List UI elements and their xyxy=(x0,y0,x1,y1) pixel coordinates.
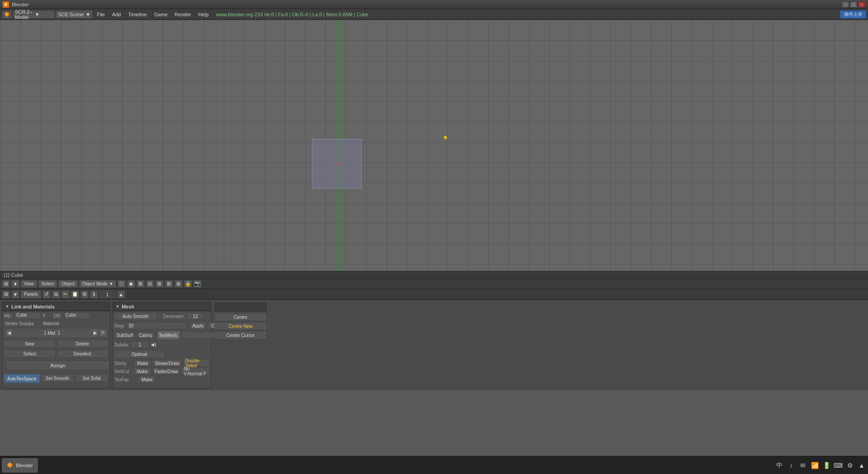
ob-input[interactable]: Cube xyxy=(64,312,91,319)
optimal-btn[interactable]: Optimal xyxy=(114,350,165,358)
help-menu[interactable]: Help xyxy=(195,11,212,18)
texfac-make-btn[interactable]: Make xyxy=(138,376,156,383)
sys-tray-email[interactable]: ✉ xyxy=(798,461,807,470)
add-menu[interactable]: Add xyxy=(109,11,124,18)
sys-tray-battery[interactable]: 🔋 xyxy=(822,461,831,470)
taskbar-blender-label: Blender xyxy=(16,463,33,468)
close-button[interactable]: × xyxy=(858,1,865,8)
catmu-btn[interactable]: Catmu xyxy=(137,332,154,339)
centre-new-btn[interactable]: Centre New xyxy=(214,322,267,330)
mat-question-btn[interactable]: ? xyxy=(99,330,106,336)
taskbar-blender[interactable]: 🔶 Blender xyxy=(2,458,38,473)
light-object[interactable] xyxy=(443,136,447,139)
deselect-btn[interactable]: Deselect xyxy=(57,350,108,358)
viewport-icon2[interactable]: ▼ xyxy=(11,280,19,288)
viewport[interactable] xyxy=(0,20,868,271)
autotexspace-btn[interactable]: AutoTexSpace xyxy=(4,374,40,383)
sticky-label: Sticky xyxy=(114,361,132,366)
screen1-selector[interactable]: SCR:2–Model ▼ xyxy=(13,10,55,19)
sys-tray-network[interactable]: 📶 xyxy=(810,461,819,470)
f-label: F xyxy=(43,313,52,318)
sys-tray-keyboard[interactable]: ⌨ xyxy=(834,461,843,470)
blender-menu-icon[interactable]: 🔶 xyxy=(2,10,12,19)
panels-stepper-icon[interactable]: ▲ xyxy=(117,290,125,299)
info-bar-text: www.blender.org 233 Ve:0 | Fa:0 | Ob:0–0… xyxy=(216,12,839,17)
viewport-icon[interactable]: ⊞ xyxy=(2,280,10,288)
slowerdraw-btn[interactable]: SlowerDraw xyxy=(153,360,182,367)
vertcol-make-btn[interactable]: Make xyxy=(133,368,151,375)
new-btn[interactable]: New xyxy=(4,340,56,348)
decimator-input[interactable] xyxy=(186,313,204,320)
panels-icon2[interactable]: ▼ xyxy=(11,290,19,299)
game-menu[interactable]: Game xyxy=(151,11,171,18)
delete-btn[interactable]: Delete xyxy=(57,340,108,348)
sys-tray-settings[interactable]: ⚙ xyxy=(845,461,854,470)
mat-next-btn[interactable]: ▶ xyxy=(92,330,98,336)
sys-tray-lang[interactable]: 中 xyxy=(775,461,784,470)
frame-input[interactable] xyxy=(99,290,116,298)
centre-btn[interactable]: Centre xyxy=(214,313,267,321)
sys-tray-extra[interactable]: ▲ xyxy=(857,461,866,470)
status-bar: (1) Cube xyxy=(0,271,868,279)
top-right-button[interactable]: 插件上传 xyxy=(840,10,866,19)
panels-btn[interactable]: Panels xyxy=(21,290,41,299)
sticky-make-btn[interactable]: Make xyxy=(134,360,151,367)
view-grid-icon[interactable]: ⊞ xyxy=(137,280,145,288)
subsurf-btn[interactable]: SubSurf xyxy=(114,332,135,339)
view-camera-icon[interactable]: 📷 xyxy=(193,280,202,288)
me-input[interactable]: Cube xyxy=(14,312,42,319)
mat-list[interactable]: ◀ 1 Mat: 1 ▶ ? xyxy=(4,328,108,338)
timeline-menu[interactable]: Timeline xyxy=(125,11,150,18)
taskbar-right: 中 ♪ ✉ 📶 🔋 ⌨ ⚙ ▲ xyxy=(775,461,866,470)
window-controls: − □ × xyxy=(842,1,865,8)
panels-rotate-icon[interactable]: ↺ xyxy=(42,290,51,299)
panels-cut-icon[interactable]: ✂ xyxy=(61,290,70,299)
lm-panel-toggle[interactable]: ▼ xyxy=(5,304,9,309)
centre-cursor-btn[interactable]: Centre Cursor xyxy=(214,331,267,339)
render-menu[interactable]: Render xyxy=(172,11,194,18)
view-grid2-icon[interactable]: ⊟ xyxy=(146,280,154,288)
panels-copy-icon[interactable]: ⧉ xyxy=(52,290,60,299)
panels-icon[interactable]: ⊞ xyxy=(2,290,10,299)
subdiv-prev-btn[interactable]: ◀1 xyxy=(150,341,157,348)
mat-prev-btn[interactable]: ◀ xyxy=(6,330,12,336)
bottom-panels: ▼ Link and Materials ME: Cube F OB: Cube… xyxy=(0,300,868,390)
set-smooth-btn[interactable]: Set Smooth xyxy=(41,374,74,382)
auto-smooth-btn[interactable]: Auto Smooth xyxy=(114,312,157,320)
assign-btn[interactable]: Assign xyxy=(6,360,110,370)
double-sided-btn[interactable]: Double Sided xyxy=(183,360,209,367)
ob-label: OB: xyxy=(53,313,62,318)
fasterdraw-btn[interactable]: FasterDraw xyxy=(152,368,180,375)
status-text: (1) Cube xyxy=(4,272,23,278)
mesh-panel-toggle[interactable]: ▼ xyxy=(115,304,120,309)
view-grid3-icon[interactable]: ⊞ xyxy=(156,280,164,288)
set-solid-btn[interactable]: Set Solid xyxy=(75,374,108,382)
file-menu[interactable]: File xyxy=(94,11,108,18)
vertcol-row: VertCol Make FasterDraw No V.Normal F xyxy=(113,367,211,375)
sys-tray-audio[interactable]: ♪ xyxy=(787,461,796,470)
link-materials-panel: ▼ Link and Materials ME: Cube F OB: Cube… xyxy=(2,302,110,389)
no-vnormal-btn[interactable]: No V.Normal F xyxy=(182,368,209,375)
subdiv-input[interactable] xyxy=(131,341,149,348)
panels-settings-icon[interactable]: ⚙ xyxy=(80,290,89,299)
degr-input[interactable] xyxy=(127,322,188,329)
minimize-button[interactable]: − xyxy=(842,1,849,8)
view-proportional-icon[interactable]: ◉ xyxy=(127,280,135,288)
view-grid4-icon[interactable]: ⊞ xyxy=(165,280,173,288)
view-lock-icon[interactable]: 🔒 xyxy=(184,280,192,288)
select-btn[interactable]: Select xyxy=(4,350,56,358)
select-deselect-row: Select Deselect xyxy=(2,349,110,359)
section-header: Vertex Groups Material xyxy=(2,320,110,327)
select-menu-btn[interactable]: Select xyxy=(38,280,57,288)
view-menu-btn[interactable]: View xyxy=(21,280,37,288)
object-menu-btn[interactable]: Object xyxy=(58,280,78,288)
panels-info-icon[interactable]: ℹ xyxy=(90,290,98,299)
maximize-button[interactable]: □ xyxy=(850,1,857,8)
panels-paste-icon[interactable]: 📋 xyxy=(71,290,79,299)
view-grid5-icon[interactable]: ⊞ xyxy=(175,280,183,288)
apply-btn[interactable]: Apply xyxy=(189,322,207,329)
panels-bar: ⊞ ▼ Panels ↺ ⧉ ✂ 📋 ⚙ ℹ ▲ xyxy=(0,289,868,300)
screen2-selector[interactable]: SCE:Scene ▼ xyxy=(56,10,93,19)
viewport-shading-icon[interactable]: ⬡ xyxy=(118,280,126,288)
mode-selector[interactable]: Object Mode ▼ xyxy=(79,280,116,288)
